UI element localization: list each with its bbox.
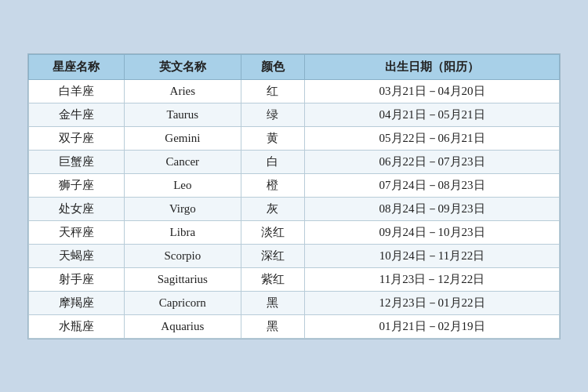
cell-english: Leo [124,173,241,197]
header-date: 出生日期（阳历） [305,54,560,79]
table-body: 白羊座Aries红03月21日－04月20日金牛座Taurus绿04月21日－0… [29,79,560,338]
cell-date: 12月23日－01月22日 [305,291,560,314]
cell-date: 01月21日－02月19日 [305,314,560,338]
header-chinese: 星座名称 [29,54,125,79]
zodiac-table-wrapper: 星座名称 英文名称 颜色 出生日期（阳历） 白羊座Aries红03月21日－04… [27,53,561,339]
cell-date: 09月24日－10月23日 [305,220,560,244]
zodiac-table: 星座名称 英文名称 颜色 出生日期（阳历） 白羊座Aries红03月21日－04… [28,54,560,339]
cell-english: Capricorn [124,291,241,314]
cell-english: Libra [124,220,241,244]
cell-date: 11月23日－12月22日 [305,267,560,291]
table-row: 金牛座Taurus绿04月21日－05月21日 [29,103,560,126]
cell-english: Virgo [124,197,241,220]
cell-chinese: 摩羯座 [29,291,125,314]
cell-date: 05月22日－06月21日 [305,126,560,150]
cell-chinese: 天秤座 [29,220,125,244]
table-header-row: 星座名称 英文名称 颜色 出生日期（阳历） [29,54,560,79]
cell-english: Gemini [124,126,241,150]
cell-date: 10月24日－11月22日 [305,244,560,267]
header-english: 英文名称 [124,54,241,79]
cell-chinese: 双子座 [29,126,125,150]
cell-color: 绿 [241,103,304,126]
cell-color: 紫红 [241,267,304,291]
cell-color: 灰 [241,197,304,220]
cell-english: Cancer [124,150,241,173]
cell-chinese: 白羊座 [29,79,125,103]
table-row: 摩羯座Capricorn黑12月23日－01月22日 [29,291,560,314]
table-row: 狮子座Leo橙07月24日－08月23日 [29,173,560,197]
cell-chinese: 金牛座 [29,103,125,126]
table-row: 白羊座Aries红03月21日－04月20日 [29,79,560,103]
table-row: 水瓶座Aquarius黑01月21日－02月19日 [29,314,560,338]
table-row: 天秤座Libra淡红09月24日－10月23日 [29,220,560,244]
cell-english: Taurus [124,103,241,126]
cell-date: 07月24日－08月23日 [305,173,560,197]
cell-english: Sagittarius [124,267,241,291]
cell-date: 04月21日－05月21日 [305,103,560,126]
cell-english: Aquarius [124,314,241,338]
cell-color: 深红 [241,244,304,267]
cell-color: 橙 [241,173,304,197]
cell-english: Scorpio [124,244,241,267]
cell-date: 08月24日－09月23日 [305,197,560,220]
cell-date: 06月22日－07月23日 [305,150,560,173]
header-color: 颜色 [241,54,304,79]
cell-chinese: 射手座 [29,267,125,291]
cell-date: 03月21日－04月20日 [305,79,560,103]
cell-chinese: 巨蟹座 [29,150,125,173]
cell-color: 白 [241,150,304,173]
table-row: 双子座Gemini黄05月22日－06月21日 [29,126,560,150]
cell-chinese: 处女座 [29,197,125,220]
table-row: 处女座Virgo灰08月24日－09月23日 [29,197,560,220]
table-row: 巨蟹座Cancer白06月22日－07月23日 [29,150,560,173]
table-row: 天蝎座Scorpio深红10月24日－11月22日 [29,244,560,267]
cell-english: Aries [124,79,241,103]
cell-chinese: 天蝎座 [29,244,125,267]
cell-color: 红 [241,79,304,103]
cell-color: 黑 [241,291,304,314]
cell-chinese: 狮子座 [29,173,125,197]
cell-color: 黄 [241,126,304,150]
table-row: 射手座Sagittarius紫红11月23日－12月22日 [29,267,560,291]
cell-color: 黑 [241,314,304,338]
cell-color: 淡红 [241,220,304,244]
cell-chinese: 水瓶座 [29,314,125,338]
